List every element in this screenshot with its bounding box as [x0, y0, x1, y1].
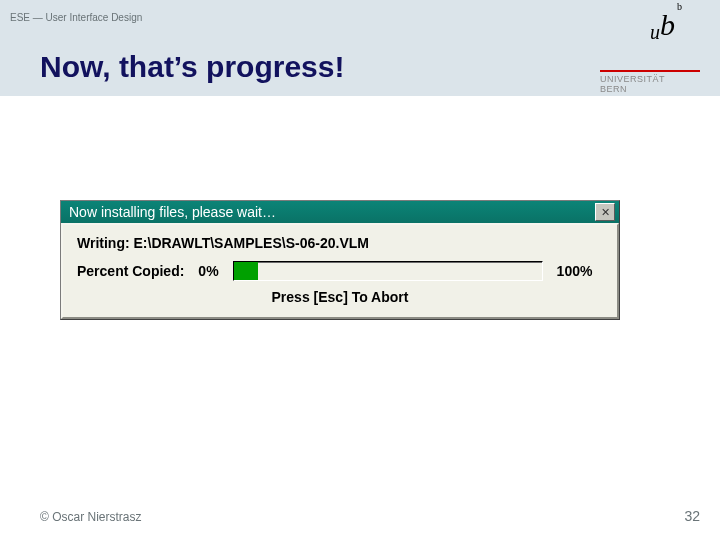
- close-icon: ✕: [601, 207, 610, 218]
- university-logo: ubb UNIVERSITÄT BERN: [580, 0, 700, 120]
- dialog-frame: Now installing files, please wait… ✕ Wri…: [60, 200, 620, 320]
- ub-monogram: ubb: [650, 8, 680, 44]
- progress-bar-fill: [234, 262, 259, 280]
- footer-copyright: © Oscar Nierstrasz: [40, 510, 142, 524]
- installer-dialog: Now installing files, please wait… ✕ Wri…: [60, 200, 620, 320]
- percent-label: Percent Copied:: [77, 263, 184, 279]
- university-line1: UNIVERSITÄT: [600, 74, 665, 84]
- progress-bar: [233, 261, 543, 281]
- percent-end: 100%: [557, 263, 593, 279]
- university-label: UNIVERSITÄT BERN: [600, 70, 700, 94]
- dialog-body: Writing: E:\DRAWLT\SAMPLES\S-06-20.VLM P…: [61, 223, 619, 319]
- dialog-title-text: Now installing files, please wait…: [69, 204, 276, 220]
- close-button[interactable]: ✕: [595, 203, 615, 221]
- abort-hint: Press [Esc] To Abort: [77, 289, 603, 305]
- writing-path: Writing: E:\DRAWLT\SAMPLES\S-06-20.VLM: [77, 235, 603, 251]
- percent-row: Percent Copied: 0% 100%: [77, 261, 603, 281]
- page-title: Now, that’s progress!: [40, 50, 344, 84]
- breadcrumb: ESE — User Interface Design: [10, 12, 142, 23]
- slide: ESE — User Interface Design Now, that’s …: [0, 0, 720, 540]
- percent-start: 0%: [198, 263, 218, 279]
- dialog-titlebar: Now installing files, please wait… ✕: [61, 201, 619, 223]
- footer-page-number: 32: [684, 508, 700, 524]
- university-line2: BERN: [600, 84, 627, 94]
